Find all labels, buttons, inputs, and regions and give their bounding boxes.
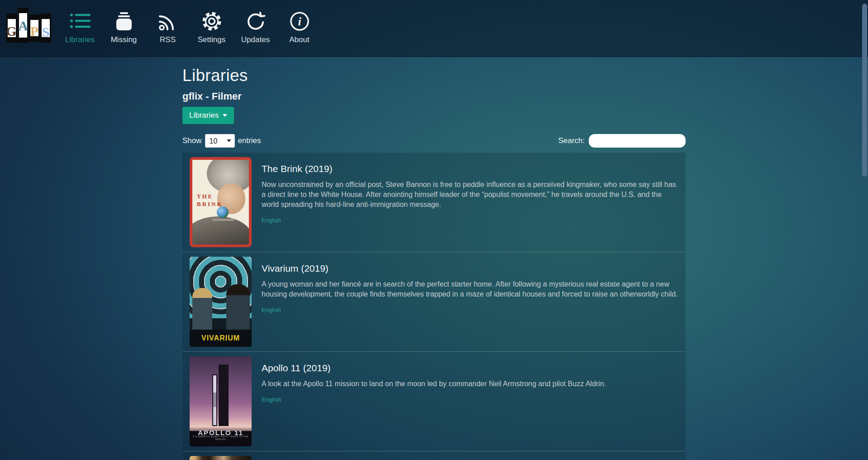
movie-info: The Brink (2019) Now unconstrained by an…	[262, 157, 678, 247]
main-nav: Libraries Missing RSS	[58, 0, 321, 44]
poster-title-text: THE BRINK	[197, 192, 223, 208]
movie-overview: A look at the Apollo 11 mission to land …	[262, 379, 678, 389]
chevron-down-icon	[223, 114, 227, 117]
search-label: Search:	[558, 136, 585, 145]
nav-item-rss[interactable]: RSS	[146, 0, 190, 44]
page-title: Libraries	[182, 66, 686, 85]
page-size-select-wrap: 10	[205, 134, 235, 148]
nav-item-libraries[interactable]: Libraries	[58, 0, 102, 44]
libraries-dropdown-label: Libraries	[189, 111, 219, 120]
nav-label: Libraries	[58, 35, 102, 44]
poster-art	[219, 364, 229, 426]
library-name-subtitle: gflix - Filmer	[182, 91, 686, 102]
poster-art	[212, 374, 217, 426]
movie-overview: Now unconstrained by an official post, S…	[262, 180, 678, 210]
movie-card-partial[interactable]	[182, 451, 686, 460]
movie-poster-the-brink: THE BRINK	[190, 157, 252, 247]
nav-label: RSS	[146, 35, 190, 44]
movie-poster-apollo-11: APOLLO 11 A CINEMATIC EVENT FIFTY YEARS …	[190, 356, 252, 446]
poster-art	[212, 219, 234, 221]
logo-letter-a: A	[17, 19, 29, 33]
poster-tagline-text: A CINEMATIC EVENT FIFTY YEARS IN THE MAK…	[190, 435, 252, 441]
nav-label: Settings	[190, 35, 234, 44]
svg-text:i: i	[298, 15, 301, 28]
movie-info	[262, 456, 678, 460]
page-size-control: Show 10 entries	[182, 134, 261, 148]
nav-label: Missing	[102, 35, 146, 44]
movie-info: Apollo 11 (2019) A look at the Apollo 11…	[262, 356, 678, 446]
movie-card-apollo-11[interactable]: APOLLO 11 A CINEMATIC EVENT FIFTY YEARS …	[182, 351, 686, 451]
movie-title: Apollo 11 (2019)	[262, 363, 678, 374]
movie-list: THE BRINK The Brink (2019) Now unconstra…	[182, 153, 686, 460]
poster-title-text: VIVARIUM	[190, 334, 252, 342]
nav-label: About	[277, 35, 321, 44]
movie-title: The Brink (2019)	[262, 163, 678, 174]
search-input[interactable]	[589, 134, 686, 148]
nav-item-missing[interactable]: Missing	[102, 0, 146, 44]
movie-language: English	[262, 217, 678, 224]
poster-art	[192, 288, 212, 331]
movie-poster-vivarium: VIVARIUM	[190, 257, 252, 347]
info-icon: i	[277, 9, 321, 34]
libraries-dropdown-button[interactable]: Libraries	[182, 107, 234, 124]
top-navbar: G A P S Libraries	[0, 0, 868, 57]
movie-info: Vivarium (2019) A young woman and her fi…	[262, 257, 678, 347]
page-scrollbar-thumb[interactable]	[862, 4, 867, 177]
nav-item-updates[interactable]: Updates	[234, 0, 277, 44]
movie-poster-partial	[190, 456, 252, 460]
tray-stack-icon	[102, 9, 146, 34]
nav-label: Updates	[234, 35, 277, 44]
movie-title: Vivarium (2019)	[262, 263, 678, 274]
nav-item-about[interactable]: i About	[277, 0, 321, 44]
gaps-logo[interactable]: G A P S	[6, 6, 53, 50]
main-content: Libraries gflix - Filmer Libraries Show …	[182, 66, 686, 460]
entries-label: entries	[238, 136, 261, 145]
rss-icon	[146, 9, 190, 34]
list-icon	[58, 9, 102, 34]
logo-letter-s: S	[40, 25, 52, 39]
logo-letter-g: G	[5, 24, 17, 38]
refresh-icon	[234, 9, 277, 34]
page-size-select[interactable]: 10	[205, 134, 235, 148]
poster-art	[226, 284, 250, 331]
movie-card-the-brink[interactable]: THE BRINK The Brink (2019) Now unconstra…	[182, 153, 686, 252]
movie-language: English	[262, 307, 678, 313]
nav-item-settings[interactable]: Settings	[190, 0, 234, 44]
movie-card-vivarium[interactable]: VIVARIUM Vivarium (2019) A young woman a…	[182, 252, 686, 351]
movie-overview: A young woman and her fiancé are in sear…	[262, 279, 678, 299]
movie-language: English	[262, 396, 678, 403]
poster-art	[190, 216, 252, 247]
gear-icon	[190, 9, 234, 34]
table-controls: Show 10 entries Search:	[182, 134, 686, 148]
logo-letter-p: P	[29, 24, 40, 38]
page-scrollbar-track[interactable]	[861, 0, 868, 460]
poster-art	[217, 206, 229, 218]
search-control: Search:	[558, 134, 686, 148]
show-label: Show	[182, 136, 202, 145]
